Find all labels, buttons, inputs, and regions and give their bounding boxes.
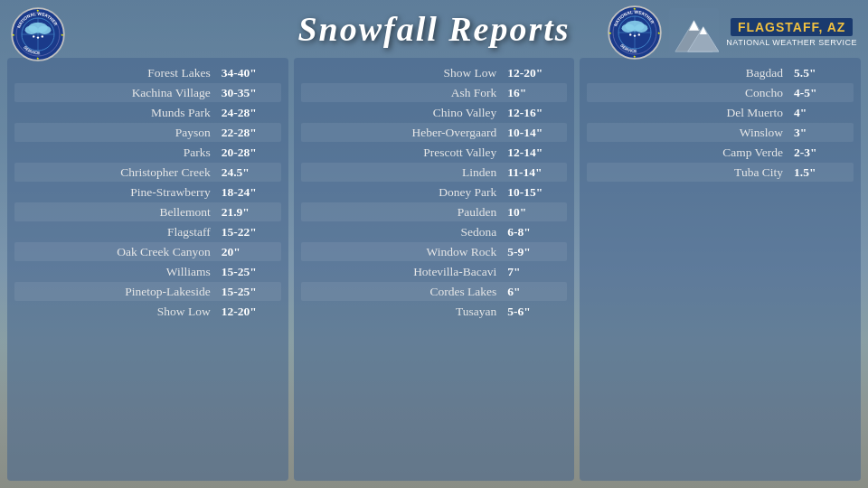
location-name: Show Low [20,305,222,319]
snowfall-value: 15-25" [222,285,276,299]
table-row: Cordes Lakes6" [301,282,568,301]
main-content: NATIONAL WEATHER SERVICE ★ ★ ★ ★ Snowfal… [0,0,868,488]
svg-text:★: ★ [609,31,612,35]
snowfall-value: 24-28" [222,106,276,120]
snowfall-value: 10" [507,205,561,220]
location-name: Tusayan [307,305,508,319]
snowfall-value: 12-16" [507,106,561,120]
table-row: Tusayan5-6" [301,302,568,321]
snowfall-value: 20" [222,245,276,259]
svg-text:★: ★ [61,33,64,37]
table-row: Window Rock5-9" [301,242,568,261]
snowfall-value: 30-35" [222,86,276,100]
location-name: Pinetop-Lakeside [20,285,222,299]
svg-point-9 [37,36,39,38]
location-name: Ash Fork [307,86,508,100]
svg-point-25 [629,33,631,35]
location-name: Heber-Overgaard [307,126,508,140]
snowfall-value: 4-5" [794,86,848,100]
location-name: Parks [20,145,222,160]
table-row: Prescott Valley12-14" [301,143,568,162]
snowfall-value: 7" [507,265,561,279]
snowfall-value: 5-6" [507,305,561,319]
location-name: Williams [20,265,222,279]
snowfall-value: 34-40" [222,66,276,80]
snowfall-value: 5.5" [794,66,848,80]
snowfall-value: 1.5" [794,165,848,180]
mountain-icon [669,8,719,58]
header-logo-right: NATIONAL WEATHER SERVICE ★ ★ ★ ★ [608,5,857,60]
table-row: Bagdad5.5" [587,63,854,82]
location-name: Hotevilla-Bacavi [307,265,508,279]
location-name: Window Rock [307,245,508,259]
location-name: Bellemont [20,205,222,220]
svg-point-7 [38,25,51,34]
snowfall-value: 2-3" [794,145,848,160]
location-name: Sedona [307,225,508,239]
svg-point-26 [634,34,636,36]
snowfall-value: 24.5" [222,165,276,180]
svg-text:★: ★ [633,6,637,11]
flagstaff-label: FLAGSTAFF, AZ [731,18,854,36]
snowfall-value: 6-8" [507,225,561,239]
svg-text:★: ★ [633,54,637,59]
svg-text:★: ★ [36,56,40,61]
location-name: Paulden [307,205,508,220]
location-name: Bagdad [592,66,794,80]
location-name: Chino Valley [307,106,508,120]
location-name: Prescott Valley [307,145,508,160]
table-row: Ash Fork16" [301,83,568,102]
snowfall-value: 21.9" [222,205,276,220]
location-name: Flagstaff [20,225,222,239]
snowfall-value: 12-20" [222,305,276,319]
location-name: Camp Verde [592,145,794,160]
snowfall-value: 20-28" [222,145,276,160]
column-2: Show Low12-20"Ash Fork16"Chino Valley12-… [294,58,575,481]
svg-text:★: ★ [12,33,15,37]
location-name: Pine-Strawberry [20,185,222,200]
table-row: Kachina Village30-35" [14,83,281,102]
column-3: Bagdad5.5"Concho4-5"Del Muerto4"Winslow3… [580,58,861,481]
svg-point-23 [622,23,635,33]
location-name: Oak Creek Canyon [20,245,222,259]
page-title: Snowfall Reports [297,9,570,49]
svg-point-8 [33,35,34,37]
table-row: Hotevilla-Bacavi7" [301,262,568,281]
table-row: Chino Valley12-16" [301,103,568,122]
table-row: Paulden10" [301,202,568,221]
table-row: Concho4-5" [587,83,854,102]
table-row: Munds Park24-28" [14,103,281,122]
flagstaff-badge: FLAGSTAFF, AZ NATIONAL WEATHER SERVICE [726,18,857,47]
table-row: Williams15-25" [14,262,281,281]
location-name: Show Low [307,66,508,80]
svg-text:★: ★ [657,31,661,35]
location-name: Doney Park [307,185,508,200]
table-row: Winslow3" [587,123,854,142]
svg-point-24 [635,23,647,33]
table-row: Pine-Strawberry18-24" [14,183,281,202]
snowfall-value: 5-9" [507,245,561,259]
table-row: Pinetop-Lakeside15-25" [14,282,281,301]
table-row: Show Low12-20" [14,302,281,321]
tables-wrapper: Forest Lakes34-40"Kachina Village30-35"M… [0,54,868,488]
nws-logo-right: NATIONAL WEATHER SERVICE ★ ★ ★ ★ [608,5,662,60]
location-name: Kachina Village [20,86,222,100]
snowfall-value: 4" [794,106,848,120]
table-row: Bellemont21.9" [14,202,281,221]
location-name: Munds Park [20,106,222,120]
nws-subtitle: NATIONAL WEATHER SERVICE [726,38,857,47]
table-row: Oak Creek Canyon20" [14,242,281,261]
table-row: Tuba City1.5" [587,163,854,182]
snowfall-value: 15-22" [222,225,276,239]
location-name: Cordes Lakes [307,285,508,299]
snowfall-value: 22-28" [222,126,276,140]
svg-point-10 [42,35,43,37]
column-1: Forest Lakes34-40"Kachina Village30-35"M… [7,58,288,481]
svg-point-27 [638,33,640,35]
location-name: Linden [307,165,508,180]
snowfall-value: 6" [507,285,561,299]
location-name: Winslow [592,126,794,140]
snowfall-value: 16" [507,86,561,100]
location-name: Christopher Creek [20,165,222,180]
location-name: Del Muerto [592,106,794,120]
